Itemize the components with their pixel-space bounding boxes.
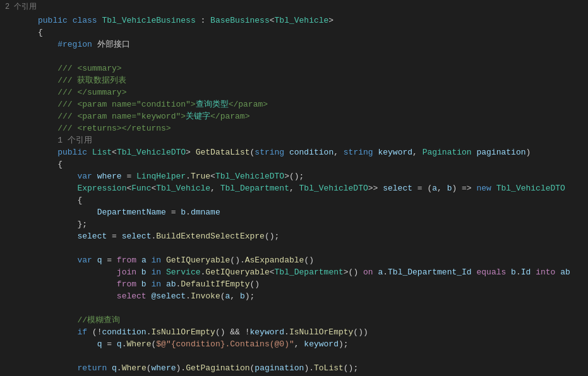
code-line: [0, 350, 588, 362]
code-line: DepartmentName = b.dmname: [0, 206, 588, 218]
code-area: public class Tbl_VehicleBusiness : BaseB…: [0, 15, 588, 376]
line-content: DepartmentName = b.dmname: [30, 206, 588, 218]
line-content: /// <param name="condition">查询类型</param>: [30, 98, 588, 110]
line-content: public List<Tbl_VehicleDTO> GetDataList(…: [30, 146, 588, 158]
line-content: {: [30, 158, 588, 170]
code-line: {: [0, 26, 588, 38]
line-content: select @select.Invoke(a, b);: [30, 290, 588, 302]
line-content: {: [30, 26, 588, 38]
line-content: {: [30, 194, 588, 206]
code-line: //模糊查询: [0, 314, 588, 326]
code-line: {: [0, 194, 588, 206]
line-content: select = select.BuildExtendSelectExpre()…: [30, 230, 588, 242]
code-line: Expression<Func<Tbl_Vehicle, Tbl_Departm…: [0, 182, 588, 194]
line-content: /// <param name="keyword">关键字</param>: [30, 110, 588, 122]
code-line: if (!condition.IsNullOrEmpty() && !keywo…: [0, 326, 588, 338]
line-content: return q.Where(where).GetPagination(pagi…: [30, 362, 588, 374]
line-content: };: [30, 218, 588, 230]
line-content: /// 获取数据列表: [30, 74, 588, 86]
code-line: {: [0, 158, 588, 170]
code-line: 1 个引用: [0, 134, 588, 146]
code-line: [0, 242, 588, 254]
line-content: #region 外部接口: [30, 38, 588, 50]
line-content: 1 个引用: [30, 134, 588, 146]
code-line: };: [0, 218, 588, 230]
line-content: if (!condition.IsNullOrEmpty() && !keywo…: [30, 326, 588, 338]
code-line: /// <param name="keyword">关键字</param>: [0, 110, 588, 122]
code-line: public List<Tbl_VehicleDTO> GetDataList(…: [0, 146, 588, 158]
code-line: join b in Service.GetIQueryable<Tbl_Depa…: [0, 266, 588, 278]
code-line: /// <returns></returns>: [0, 122, 588, 134]
line-content: var where = LinqHelper.True<Tbl_VehicleD…: [30, 170, 588, 182]
code-editor: 2 个引用 public class Tbl_VehicleBusiness :…: [0, 0, 588, 376]
line-content: Expression<Func<Tbl_Vehicle, Tbl_Departm…: [30, 182, 588, 194]
line-content: join b in Service.GetIQueryable<Tbl_Depa…: [30, 266, 588, 278]
code-line: [0, 302, 588, 314]
code-line: select = select.BuildExtendSelectExpre()…: [0, 230, 588, 242]
code-line: from b in ab.DefaultIfEmpty(): [0, 278, 588, 290]
line-content: /// <summary>: [30, 62, 588, 74]
code-line: /// </summary>: [0, 86, 588, 98]
code-line: select @select.Invoke(a, b);: [0, 290, 588, 302]
code-line: [0, 50, 588, 62]
reference-count: 2 个引用: [0, 0, 588, 15]
line-content: /// </summary>: [30, 86, 588, 98]
line-content: /// <returns></returns>: [30, 122, 588, 134]
code-line: /// <summary>: [0, 62, 588, 74]
line-content: q = q.Where($@"{condition}.Contains(@0)"…: [30, 338, 588, 350]
code-line: /// 获取数据列表: [0, 74, 588, 86]
code-line: #region 外部接口: [0, 38, 588, 50]
code-line: return q.Where(where).GetPagination(pagi…: [0, 362, 588, 374]
code-line: public class Tbl_VehicleBusiness : BaseB…: [0, 15, 588, 26]
code-line: var q = from a in GetIQueryable().AsExpa…: [0, 254, 588, 266]
code-line: q = q.Where($@"{condition}.Contains(@0)"…: [0, 338, 588, 350]
line-content: from b in ab.DefaultIfEmpty(): [30, 278, 588, 290]
code-line: var where = LinqHelper.True<Tbl_VehicleD…: [0, 170, 588, 182]
line-content: //模糊查询: [30, 314, 588, 326]
line-content: public class Tbl_VehicleBusiness : BaseB…: [30, 15, 588, 26]
code-line: /// <param name="condition">查询类型</param>: [0, 98, 588, 110]
line-content: var q = from a in GetIQueryable().AsExpa…: [30, 254, 588, 266]
